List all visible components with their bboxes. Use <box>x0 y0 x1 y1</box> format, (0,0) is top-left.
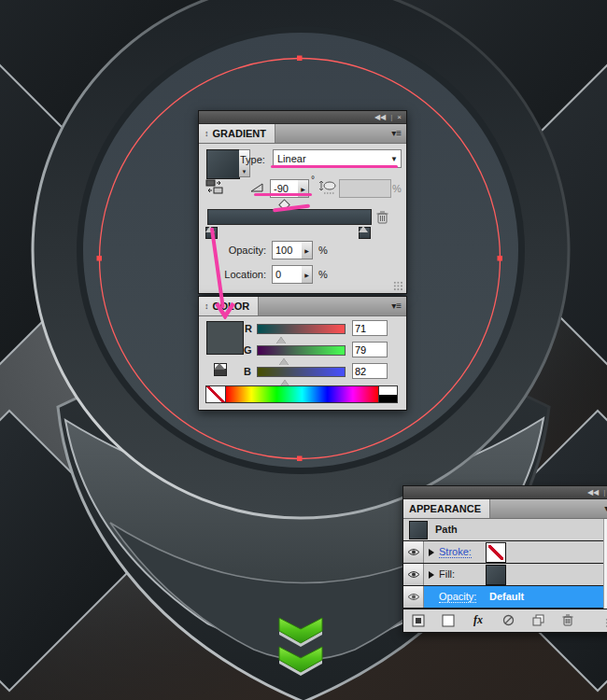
appearance-row-stroke[interactable]: Stroke: <box>403 541 603 564</box>
gradient-panel: ◀◀ | × ↕ GRADIENT ▾≡ ▼ Type: Linear ▼ <box>198 110 407 294</box>
value-r[interactable] <box>352 320 388 336</box>
appearance-tab-label: APPEARANCE <box>409 503 481 514</box>
anchor-left[interactable] <box>97 256 103 261</box>
duplicate-item-button[interactable] <box>523 609 553 631</box>
eye-icon <box>407 570 420 579</box>
stepper-icon: ▶ <box>304 247 309 254</box>
gradient-tabbar: ↕ GRADIENT ▾≡ <box>199 124 406 144</box>
tab-updown-icon: ↕ <box>205 129 209 138</box>
visibility-toggle[interactable] <box>403 541 424 563</box>
stepper-icon: ▶ <box>304 272 309 278</box>
clear-item-button[interactable] <box>493 609 523 631</box>
trash-icon <box>561 613 574 627</box>
visibility-toggle[interactable] <box>403 564 424 585</box>
anchor-top[interactable] <box>297 56 303 62</box>
location-input[interactable] <box>272 265 304 284</box>
anchor-bottom[interactable] <box>297 456 303 462</box>
degree-symbol: ° <box>311 175 315 185</box>
screenshot-root: { "colors":{ "annotation_pink":"#f23da6"… <box>0 0 607 700</box>
path-thumbnail-swatch <box>409 521 428 539</box>
appearance-panel: ◀◀ | × APPEARANCE ▾≡ Path Stroke: <box>402 485 607 633</box>
black-white-swatch[interactable] <box>378 386 397 402</box>
appearance-tabbar: APPEARANCE ▾≡ <box>403 499 607 519</box>
gradient-panel-dragbar[interactable]: ◀◀ | × <box>199 111 406 124</box>
opacity-input[interactable] <box>272 241 304 259</box>
fill-color-swatch[interactable] <box>486 565 506 585</box>
opacity-stepper[interactable]: ▶ <box>302 241 313 259</box>
panel-menu-icon[interactable]: ▾≡ <box>391 301 402 312</box>
value-g[interactable] <box>352 342 388 357</box>
gradient-stop-right[interactable] <box>359 227 371 239</box>
divider: | <box>603 486 605 498</box>
channel-label-r: R <box>245 323 252 334</box>
aspect-unit: % <box>392 183 402 194</box>
panel-menu-icon[interactable]: ▾≡ <box>391 128 402 139</box>
annotation-underline-linear <box>271 165 398 168</box>
prohibit-icon <box>502 614 515 626</box>
opacity-unit: % <box>318 245 328 256</box>
close-icon[interactable]: × <box>397 111 402 123</box>
slider-thumb-r[interactable] <box>276 332 286 343</box>
delete-item-button[interactable] <box>553 609 583 631</box>
clear-appearance-button[interactable] <box>433 609 463 631</box>
visibility-toggle[interactable] <box>403 586 424 608</box>
path-label: Path <box>435 524 458 535</box>
new-art-basic-appearance-button[interactable] <box>403 609 433 631</box>
anchor-right[interactable] <box>498 256 503 261</box>
angle-icon <box>250 182 264 193</box>
resize-grip[interactable] <box>393 281 403 291</box>
expand-triangle-icon[interactable] <box>429 571 438 579</box>
location-stepper[interactable]: ▶ <box>302 265 313 284</box>
channel-label-g: G <box>244 344 252 356</box>
gradient-slider-bar[interactable] <box>207 209 372 225</box>
fill-label: Fill: <box>439 568 455 580</box>
collapse-icon[interactable]: ◀◀ <box>374 111 386 123</box>
dropdown-arrow-icon: ▼ <box>242 169 247 175</box>
dropdown-arrow-icon: ▼ <box>390 155 398 163</box>
slider-b[interactable] <box>257 367 346 377</box>
slider-g[interactable] <box>257 345 346 356</box>
slider-r[interactable] <box>257 324 346 334</box>
channel-label-b: B <box>244 366 251 377</box>
stroke-link[interactable]: Stroke: <box>439 546 472 558</box>
appearance-row-fill[interactable]: Fill: <box>403 564 603 586</box>
spectrum-rainbow[interactable] <box>226 386 378 402</box>
value-b[interactable] <box>352 363 388 379</box>
gradient-preview-swatch[interactable] <box>206 149 240 179</box>
appearance-panel-dragbar[interactable]: ◀◀ | × <box>403 486 607 499</box>
add-effect-button[interactable]: fx <box>463 609 493 631</box>
aspect-ratio-field <box>339 179 391 198</box>
current-color-swatch[interactable] <box>206 321 244 355</box>
gradient-stop-proxy-icon <box>214 363 227 376</box>
type-label: Type: <box>240 154 265 165</box>
fx-icon: fx <box>473 613 483 627</box>
opacity-label: Opacity: <box>218 245 266 256</box>
opacity-link[interactable]: Opacity: <box>439 591 476 603</box>
stroke-none-swatch[interactable] <box>486 542 506 563</box>
tab-gradient[interactable]: ↕ GRADIENT <box>199 124 275 143</box>
delete-stop-trash-icon[interactable] <box>375 209 389 225</box>
reverse-gradient-icon[interactable] <box>205 178 224 195</box>
eye-icon <box>407 593 420 601</box>
tab-appearance[interactable]: APPEARANCE <box>403 499 490 518</box>
slider-thumb-g[interactable] <box>279 354 289 365</box>
eye-icon <box>407 548 420 556</box>
appearance-row-path[interactable]: Path <box>403 519 603 541</box>
duplicate-icon <box>532 614 544 626</box>
gradient-tab-label: GRADIENT <box>213 128 266 139</box>
color-spectrum-bar[interactable] <box>205 385 398 403</box>
location-unit: % <box>318 269 328 280</box>
type-value: Linear <box>277 153 306 164</box>
annotation-arrowhead <box>214 301 236 319</box>
none-color-swatch[interactable] <box>206 386 226 402</box>
tab-updown-icon: ↕ <box>205 301 209 311</box>
divider: | <box>390 111 392 123</box>
appearance-row-opacity[interactable]: Opacity: Default <box>403 586 603 609</box>
stepper-icon: ▶ <box>301 186 305 192</box>
appearance-content: Path Stroke: Fill: <box>403 519 607 631</box>
collapse-icon[interactable]: ◀◀ <box>587 486 599 498</box>
appearance-scrollbar[interactable]: ▲ ▼ <box>603 519 607 609</box>
annotation-underline-angle <box>254 193 312 196</box>
expand-triangle-icon[interactable] <box>429 549 438 556</box>
color-content: R G B <box>199 316 406 408</box>
